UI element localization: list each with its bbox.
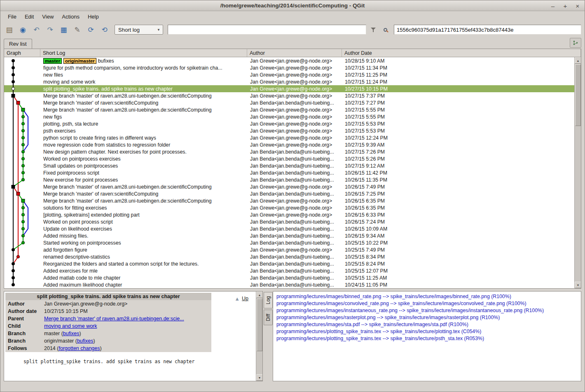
detail-scroll-up-icon[interactable]: ▲ bbox=[256, 292, 263, 298]
commit-row[interactable]: Merge branch 'master' of raven:scientifi… bbox=[4, 190, 574, 197]
tab-rev-list[interactable]: Rev list bbox=[4, 39, 32, 49]
detail-scroll-thumb[interactable] bbox=[257, 299, 262, 351]
commit-row[interactable]: masterorigin/masterbufixesJan Grewe<jan.… bbox=[4, 57, 574, 64]
reload-icon[interactable]: ⟲ bbox=[99, 24, 110, 35]
table-scrollbar[interactable]: ▲ ▼ bbox=[574, 57, 581, 288]
column-header-graph[interactable]: Graph bbox=[4, 49, 40, 57]
up-link[interactable]: ▲ Up bbox=[234, 296, 248, 301]
commit-row[interactable]: Reorganized the folders and started a co… bbox=[4, 260, 574, 267]
commit-row[interactable]: Worked on pointprocess exercisesJan Bend… bbox=[4, 155, 574, 162]
minimize-button[interactable]: – bbox=[550, 3, 556, 9]
commit-row[interactable]: Small updates on pointprocessesJan Benda… bbox=[4, 162, 574, 169]
detail-link[interactable]: bufixes bbox=[77, 338, 94, 344]
commit-subject-cell: Merge branch 'master' of raven:scientifi… bbox=[40, 100, 247, 106]
commit-row[interactable]: Update on likelihood exercisesJan Benda<… bbox=[4, 225, 574, 232]
commit-date: 10/25/15 10:22 PM bbox=[342, 240, 574, 246]
commit-date: 10/26/15 6:35 PM bbox=[342, 198, 574, 204]
search-icon[interactable] bbox=[380, 25, 390, 35]
commit-row[interactable]: Started working on pointprocessesJan Ben… bbox=[4, 239, 574, 246]
commit-row[interactable]: Merge branch 'master' of raven.am28.uni-… bbox=[4, 106, 574, 113]
file-rename-entry[interactable]: programming/lectures/images/rasterplot.p… bbox=[276, 314, 581, 321]
graph-glyph bbox=[573, 40, 578, 46]
column-header-short-log[interactable]: Short Log bbox=[40, 49, 247, 57]
commit-row[interactable]: new filesJan Grewe<jan.grewe@g-node.org>… bbox=[4, 71, 574, 78]
commit-row[interactable]: Added exercises for mleJan Benda<jan.ben… bbox=[4, 267, 574, 274]
menu-item-help[interactable]: Help bbox=[84, 12, 103, 21]
commit-row[interactable]: solutions for fitting exercisesJan Grewe… bbox=[4, 204, 574, 211]
commit-row[interactable]: move regression code from statistics to … bbox=[4, 141, 574, 148]
home-icon[interactable]: ◉ bbox=[17, 24, 28, 35]
file-rename-entry[interactable]: programming/lectures/plotting_spike_trai… bbox=[276, 328, 581, 335]
refresh-icon[interactable]: ⟳ bbox=[85, 24, 96, 35]
commit-row[interactable]: Added maximum likelihood chapterJan Bend… bbox=[4, 281, 574, 288]
file-rename-entry[interactable]: programming/lectures/images/sta.pdf --> … bbox=[276, 321, 581, 328]
commit-row[interactable]: New exercise for point processesJan Bend… bbox=[4, 176, 574, 183]
maximize-button[interactable]: + bbox=[562, 3, 568, 9]
view-mode-select[interactable]: Short log ▼ bbox=[115, 25, 163, 35]
menu-item-edit[interactable]: Edit bbox=[21, 12, 38, 21]
commit-subject: figure for psth method comparsion, some … bbox=[43, 65, 222, 71]
commit-row[interactable]: Fixed pointprocess scriptJan Benda<jan.b… bbox=[4, 169, 574, 176]
detail-link[interactable]: bufixes bbox=[63, 331, 80, 336]
commit-row[interactable]: Added matlab code to mle chapterJan Bend… bbox=[4, 274, 574, 281]
file-rename-entry[interactable]: programming/lectures/images/binned_rate.… bbox=[276, 293, 581, 300]
sha-input[interactable] bbox=[394, 25, 581, 35]
graph-toggle-icon[interactable] bbox=[570, 38, 581, 48]
commit-row[interactable]: psth exercisesJan Grewe<jan.grewe@g-node… bbox=[4, 127, 574, 134]
edit-icon[interactable]: ✎ bbox=[72, 24, 83, 35]
file-rename-entry[interactable]: programming/lectures/plotting_spike_trai… bbox=[276, 335, 581, 342]
commit-row[interactable]: split plotting_spike trains. add spike t… bbox=[4, 85, 574, 92]
detail-scroll-down-icon[interactable]: ▼ bbox=[256, 374, 263, 381]
commit-row[interactable]: moving and some workJan Grewe<jan.grewe@… bbox=[4, 78, 574, 85]
side-tab-diff[interactable]: Diff bbox=[264, 310, 273, 325]
commit-row[interactable]: python script to create firing rates in … bbox=[4, 134, 574, 141]
commit-author: Jan Grewe<jan.grewe@g-node.org> bbox=[247, 198, 342, 204]
detail-link[interactable]: forgotten changes bbox=[58, 345, 100, 351]
detail-scrollbar[interactable]: ▲ ▼ bbox=[256, 292, 262, 381]
commit-row[interactable]: Merge branch 'master' of raven.am28.uni-… bbox=[4, 183, 574, 190]
commit-row[interactable]: figure for psth method comparsion, some … bbox=[4, 64, 574, 71]
commit-row[interactable]: New design pattern chapter. Next exercis… bbox=[4, 148, 574, 155]
commit-author: Jan Grewe<jan.grewe@g-node.org> bbox=[247, 93, 342, 99]
open-icon[interactable]: ▤ bbox=[4, 24, 15, 35]
scroll-down-icon[interactable]: ▼ bbox=[575, 282, 581, 288]
commit-author: Jan Benda<jan.benda@uni-tuebing... bbox=[247, 177, 342, 183]
close-button[interactable]: × bbox=[575, 3, 580, 9]
commit-row[interactable]: add forgotten figureJan Grewe<jan.grewe@… bbox=[4, 246, 574, 253]
menu-item-view[interactable]: View bbox=[38, 12, 58, 21]
file-rename-entry[interactable]: programming/lectures/images/instantaneou… bbox=[276, 307, 581, 314]
commit-subject-cell: Update on likelihood exercises bbox=[40, 226, 247, 232]
forward-icon[interactable]: ↷ bbox=[44, 24, 56, 35]
file-rename-entry[interactable]: programming/lectures/images/convolved_ra… bbox=[276, 300, 581, 307]
window-title: /home/grewe/teaching/2014/scientificComp… bbox=[0, 2, 585, 9]
back-icon[interactable]: ↶ bbox=[31, 24, 42, 35]
commit-row[interactable]: [plotting, spiketrains] extended plottin… bbox=[4, 211, 574, 218]
menu-item-actions[interactable]: Actions bbox=[58, 12, 84, 21]
side-tab-log[interactable]: Log bbox=[264, 292, 273, 308]
commit-row[interactable]: renamed descriptive-statisticsJan Benda<… bbox=[4, 253, 574, 260]
menu-item-file[interactable]: File bbox=[4, 12, 21, 21]
view-grid-icon[interactable]: ▦ bbox=[58, 24, 69, 35]
title-bar[interactable]: /home/grewe/teaching/2014/scientificComp… bbox=[0, 0, 585, 11]
commit-date: 10/26/15 7:24 PM bbox=[342, 219, 574, 225]
filter-icon[interactable] bbox=[368, 25, 378, 35]
bottom-split: split plotting_spike trains. add spike t… bbox=[4, 291, 581, 381]
column-header-author[interactable]: Author bbox=[247, 49, 342, 57]
commit-row[interactable]: Merge branch 'master' of raven.am28.uni-… bbox=[4, 197, 574, 204]
detail-text: ) bbox=[100, 345, 102, 351]
commit-row[interactable]: Worked on point process scriptJan Benda<… bbox=[4, 218, 574, 225]
column-header-author-date[interactable]: Author Date bbox=[342, 49, 581, 57]
scroll-thumb[interactable] bbox=[575, 64, 581, 126]
commit-row[interactable]: new figsJan Grewe<jan.grewe@g-node.org>1… bbox=[4, 113, 574, 120]
commit-row[interactable]: Merge branch 'master' of raven.am28.uni-… bbox=[4, 92, 574, 99]
detail-link[interactable]: moving and some work bbox=[44, 323, 97, 329]
qgit-window: /home/grewe/teaching/2014/scientificComp… bbox=[0, 0, 585, 392]
scroll-up-icon[interactable]: ▲ bbox=[575, 57, 581, 64]
filter-input[interactable] bbox=[168, 25, 366, 35]
commit-author: Jan Grewe<jan.grewe@g-node.org> bbox=[247, 72, 342, 78]
commit-row[interactable]: Added missing files.Jan Benda<jan.benda@… bbox=[4, 232, 574, 239]
commit-row[interactable]: Merge branch 'master' of raven:scientifi… bbox=[4, 99, 574, 106]
detail-field: Branchorigin/master (bufixes) bbox=[5, 337, 211, 345]
detail-link[interactable]: Merge branch 'master' of raven.am28.uni-… bbox=[44, 316, 184, 322]
commit-row[interactable]: plotting, psth, sta lectureJan Grewe<jan… bbox=[4, 120, 574, 127]
